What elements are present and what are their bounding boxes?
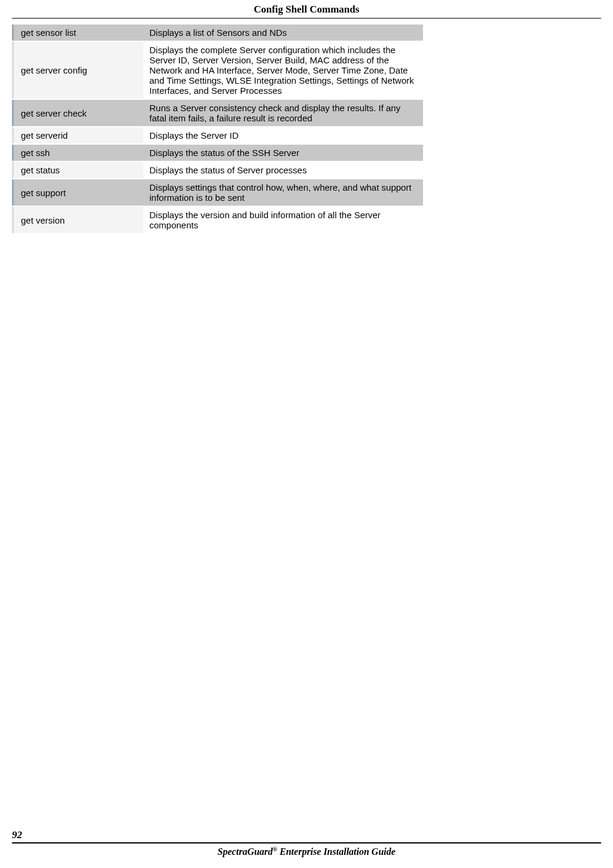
- footer-title-post: Enterprise Installation Guide: [277, 846, 396, 857]
- registered-mark: ®: [273, 846, 277, 852]
- page-header: Config Shell Commands: [12, 0, 601, 19]
- page-header-title: Config Shell Commands: [254, 4, 360, 15]
- footer-rule: [12, 842, 601, 843]
- table-row: get statusDisplays the status of Server …: [12, 162, 423, 178]
- table-row: get server checkRuns a Server consistenc…: [12, 100, 423, 126]
- page-content: get sensor listDisplays a list of Sensor…: [0, 19, 613, 234]
- table-row: get serveridDisplays the Server ID: [12, 127, 423, 143]
- command-name: get support: [12, 179, 143, 206]
- table-row: get supportDisplays settings that contro…: [12, 179, 423, 206]
- command-name: get ssh: [12, 145, 143, 161]
- command-description: Runs a Server consistency check and disp…: [143, 100, 423, 126]
- footer-title-pre: SpectraGuard: [217, 846, 272, 857]
- command-description: Displays settings that control how, when…: [143, 179, 423, 206]
- command-description: Displays a list of Sensors and NDs: [143, 25, 423, 41]
- command-description: Displays the status of the SSH Server: [143, 145, 423, 161]
- command-description: Displays the status of Server processes: [143, 162, 423, 178]
- table-row: get server configDisplays the complete S…: [12, 42, 423, 99]
- commands-table: get sensor listDisplays a list of Sensor…: [12, 23, 423, 234]
- table-row: get versionDisplays the version and buil…: [12, 207, 423, 233]
- command-name: get sensor list: [12, 25, 143, 41]
- footer-book-title: SpectraGuard® Enterprise Installation Gu…: [12, 846, 601, 857]
- table-row: get sensor listDisplays a list of Sensor…: [12, 25, 423, 41]
- table-row: get sshDisplays the status of the SSH Se…: [12, 145, 423, 161]
- command-name: get serverid: [12, 127, 143, 143]
- command-description: Displays the Server ID: [143, 127, 423, 143]
- command-name: get status: [12, 162, 143, 178]
- command-name: get server check: [12, 100, 143, 126]
- page-footer: 92 SpectraGuard® Enterprise Installation…: [12, 829, 601, 857]
- command-description: Displays the version and build informati…: [143, 207, 423, 233]
- command-description: Displays the complete Server configurati…: [143, 42, 423, 99]
- command-name: get version: [12, 207, 143, 233]
- page-number: 92: [12, 829, 601, 841]
- command-name: get server config: [12, 42, 143, 99]
